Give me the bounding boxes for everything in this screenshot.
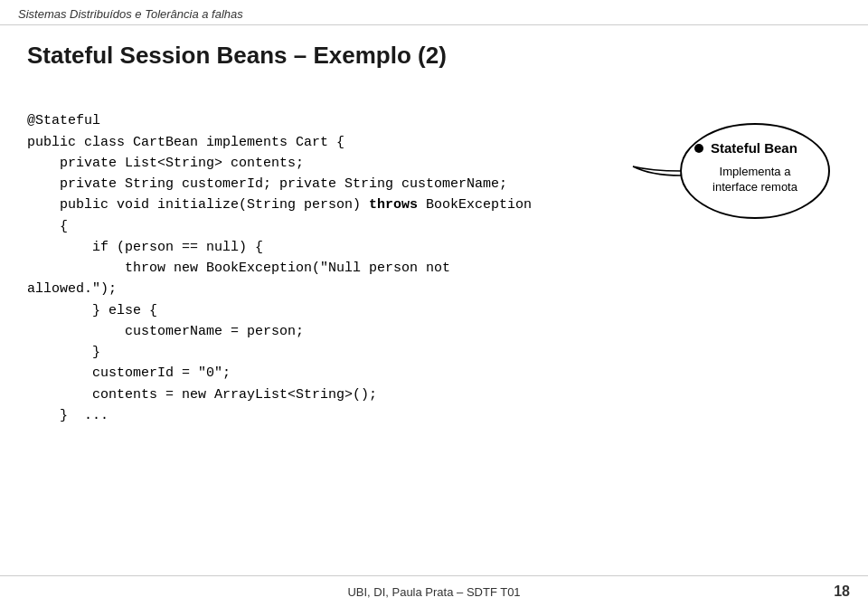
code-line-11: customerName = person; (27, 324, 304, 339)
code-line-3: private List<String> contents; (27, 156, 304, 171)
code-area: Stateful Bean Implementa a interface rem… (27, 90, 841, 447)
header-bar: Sistemas Distribuídos e Tolerância a fal… (0, 0, 868, 25)
code-line-12: } (27, 345, 100, 360)
main-content: Stateful Session Beans – Exemplo (2) Sta… (0, 25, 868, 456)
code-line-5: public void initialize(String person) th… (27, 197, 532, 213)
code-line-10: } else { (27, 303, 157, 318)
header-title: Sistemas Distribuídos e Tolerância a fal… (18, 7, 243, 21)
code-line-13: customerId = "0"; (27, 365, 231, 381)
code-line-4: private String customerId; private Strin… (27, 176, 507, 192)
svg-text:interface remota: interface remota (712, 180, 798, 194)
svg-text:Stateful Bean: Stateful Bean (711, 140, 797, 156)
code-line-1: @Stateful (27, 113, 100, 128)
code-line-7: if (person == null) { (27, 240, 263, 255)
footer-bar: UBI, DI, Paula Prata – SDTF T01 18 (0, 575, 868, 607)
bubble-svg: Stateful Bean Implementa a interface rem… (615, 117, 832, 225)
slide-title: Stateful Session Beans – Exemplo (2) (27, 42, 841, 70)
annotation-bubble: Stateful Bean Implementa a interface rem… (615, 117, 814, 216)
slide-container: Sistemas Distribuídos e Tolerância a fal… (0, 0, 868, 607)
svg-point-1 (694, 144, 703, 153)
code-line-2: public class CartBean implements Cart { (27, 135, 344, 150)
code-line-9: allowed."); (27, 281, 117, 297)
svg-text:Implementa a: Implementa a (720, 165, 792, 178)
code-line-15: } ... (27, 408, 108, 423)
code-line-14: contents = new ArrayList<String>(); (27, 387, 377, 403)
footer-center: UBI, DI, Paula Prata – SDTF T01 (54, 585, 814, 599)
footer-page-number: 18 (814, 583, 850, 600)
code-line-8: throw new BookException("Null person not (27, 261, 450, 276)
code-line-6: { (27, 219, 68, 234)
